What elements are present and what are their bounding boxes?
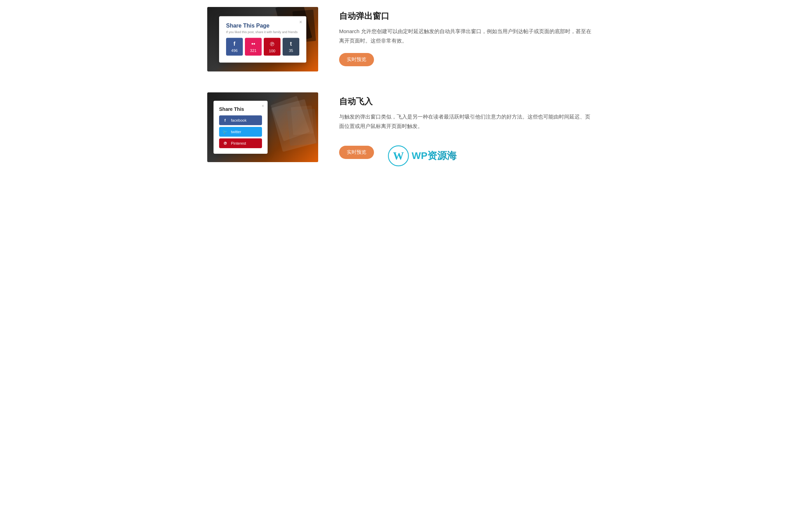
watermark-label: WP资源海 [412,149,457,162]
facebook-count: 496 [231,48,238,53]
flyin-pinterest-icon: ℗ [222,140,228,146]
popup-subtitle: If you liked this post, share it with fa… [226,30,299,33]
tumblr-count: 35 [289,48,293,53]
section-auto-popup: × Share This Page If you liked this post… [207,7,594,71]
share-btn-pinterest[interactable]: •• 321 [245,38,262,55]
section2-description: 与触发的弹出窗口类似，飞入是另一种在读者最活跃时吸引他们注意力的好方法。这些也可… [339,112,594,131]
tumblr-icon: t [290,41,292,47]
facebook-icon: f [233,41,235,47]
section1-preview-btn[interactable]: 实时预览 [339,53,374,66]
flyin-facebook-label: facebook [231,118,247,122]
section2-heading: 自动飞入 [339,96,594,107]
share-btn-pin[interactable]: ℗ 100 [264,38,280,55]
flyin-modal: × Share This f facebook 🐦 twitter ℗ Pint… [214,101,268,154]
section1-description: Monarch 允许您创建可以由定时延迟触发的自动共享弹出窗口，例如当用户到达帖… [339,26,594,45]
share-btn-tumblr[interactable]: t 35 [283,38,299,55]
flyin-close-btn[interactable]: × [262,104,264,108]
section2-content: 自动飞入 与触发的弹出窗口类似，飞入是另一种在读者最活跃时吸引他们注意力的好方法… [339,92,594,166]
flyin-pinterest-label: Pinterest [231,141,246,145]
section1-heading: 自动弹出窗口 [339,10,594,22]
flyin-preview-card: × Share This f facebook 🐦 twitter ℗ Pint… [207,92,318,162]
flyin-twitter-label: twitter [231,130,241,134]
flyin-twitter-icon: 🐦 [222,129,228,135]
pinterest-icon: •• [251,41,255,47]
section-auto-flyin: × Share This f facebook 🐦 twitter ℗ Pint… [207,92,594,166]
pinterest-count: 321 [250,48,256,53]
pin-icon: ℗ [269,40,275,47]
share-buttons-grid: f 496 •• 321 ℗ 100 t 35 [226,38,299,55]
watermark: W WP资源海 [388,145,457,166]
pin-count: 100 [269,48,275,53]
popup-title: Share This Page [226,22,299,29]
wordpress-logo: W [388,145,409,166]
flyin-pinterest[interactable]: ℗ Pinterest [219,138,262,148]
popup-preview-card: × Share This Page If you liked this post… [207,7,318,71]
flyin-facebook-icon: f [222,117,228,123]
flyin-facebook[interactable]: f facebook [219,115,262,125]
flyin-twitter[interactable]: 🐦 twitter [219,127,262,137]
popup-modal: × Share This Page If you liked this post… [219,16,306,62]
flyin-share-list: f facebook 🐦 twitter ℗ Pinterest [219,115,262,148]
share-btn-facebook[interactable]: f 496 [226,38,243,55]
flyin-title: Share This [219,106,262,112]
section1-content: 自动弹出窗口 Monarch 允许您创建可以由定时延迟触发的自动共享弹出窗口，例… [339,7,594,66]
section2-preview-btn[interactable]: 实时预览 [339,146,374,159]
popup-close-btn[interactable]: × [299,19,302,24]
svg-text:W: W [393,150,404,162]
